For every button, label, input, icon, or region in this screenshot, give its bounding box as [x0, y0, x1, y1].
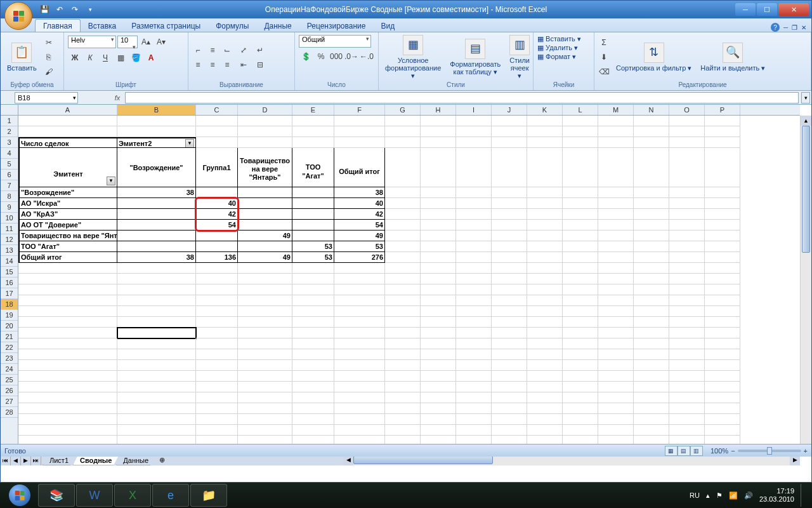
col-header-M[interactable]: M	[598, 105, 634, 115]
cell[interactable]	[334, 338, 385, 349]
cell[interactable]	[334, 349, 385, 360]
vertical-scrollbar[interactable]: ▲ ▼	[800, 116, 811, 454]
cell[interactable]	[669, 425, 705, 436]
cell[interactable]	[421, 425, 456, 436]
col-header-P[interactable]: P	[705, 105, 740, 115]
cell[interactable]	[196, 317, 238, 328]
cell[interactable]	[492, 360, 527, 371]
cell[interactable]	[598, 284, 634, 295]
cell[interactable]	[421, 274, 456, 284]
align-right-icon[interactable]: ≡	[220, 58, 234, 72]
cell[interactable]	[292, 392, 334, 403]
zoom-level[interactable]: 100%	[710, 447, 728, 455]
cell[interactable]	[456, 414, 492, 425]
formula-input[interactable]	[125, 92, 799, 104]
page-break-view-icon[interactable]: ▥	[690, 446, 703, 456]
cell[interactable]	[196, 231, 238, 241]
font-color-icon[interactable]: А	[144, 51, 158, 65]
cell[interactable]	[634, 403, 669, 414]
cell[interactable]	[421, 116, 456, 126]
cell[interactable]	[598, 338, 634, 349]
cell[interactable]: 49	[334, 231, 385, 241]
cell[interactable]	[705, 306, 740, 317]
cell[interactable]	[456, 220, 492, 231]
cell[interactable]	[492, 414, 527, 425]
cell[interactable]	[334, 392, 385, 403]
col-header-G[interactable]: G	[385, 105, 421, 115]
row-header-17[interactable]: 17	[1, 288, 18, 299]
cell[interactable]	[117, 360, 196, 371]
cell[interactable]	[292, 126, 334, 137]
cell[interactable]: Группа1	[196, 148, 238, 187]
cell[interactable]	[669, 148, 705, 187]
cell[interactable]	[292, 116, 334, 126]
cell[interactable]	[634, 231, 669, 241]
cell[interactable]	[492, 382, 527, 392]
orientation-icon[interactable]: ⤢	[237, 43, 251, 57]
row-header-15[interactable]: 15	[1, 267, 18, 277]
scroll-up-icon[interactable]: ▲	[801, 116, 811, 126]
cell[interactable]	[492, 231, 527, 241]
cell[interactable]	[598, 209, 634, 220]
row-header-25[interactable]: 25	[1, 375, 18, 385]
cell[interactable]: ТОО "Агат"	[18, 241, 117, 252]
cell[interactable]	[634, 317, 669, 328]
cell[interactable]	[634, 382, 669, 392]
cell[interactable]	[385, 317, 421, 328]
cell[interactable]	[196, 126, 238, 137]
cell[interactable]: 53	[292, 252, 334, 263]
cell[interactable]	[334, 284, 385, 295]
cell[interactable]	[527, 263, 563, 274]
cell[interactable]	[705, 328, 740, 338]
cell[interactable]	[563, 371, 598, 382]
cell[interactable]	[634, 126, 669, 137]
cell[interactable]	[238, 198, 292, 209]
cell[interactable]	[705, 274, 740, 284]
cell[interactable]	[196, 349, 238, 360]
currency-icon[interactable]: 💲	[299, 50, 313, 64]
cell[interactable]	[18, 317, 117, 328]
clock[interactable]: 17:19 23.03.2010	[759, 487, 794, 504]
align-center-icon[interactable]: ≡	[206, 58, 219, 72]
cell[interactable]	[334, 274, 385, 284]
cell[interactable]	[705, 295, 740, 306]
cell[interactable]	[705, 187, 740, 198]
cell[interactable]	[196, 263, 238, 274]
cell[interactable]	[492, 371, 527, 382]
decrease-decimal-icon[interactable]: ←.0	[360, 50, 374, 64]
cell[interactable]	[527, 317, 563, 328]
cell[interactable]	[117, 349, 196, 360]
cell[interactable]	[196, 274, 238, 284]
vertical-scroll-thumb[interactable]	[802, 126, 810, 253]
cell[interactable]	[634, 306, 669, 317]
cell[interactable]	[238, 187, 292, 198]
row-header-5[interactable]: 5	[1, 159, 18, 170]
spreadsheet-grid[interactable]: ABCDEFGHIJKLMNOP 12345678910111213141516…	[1, 105, 811, 465]
delete-cells-button[interactable]: ▦ Удалить ▾	[537, 44, 578, 52]
cell[interactable]	[421, 252, 456, 263]
cell[interactable]	[421, 403, 456, 414]
cell[interactable]	[292, 284, 334, 295]
cell[interactable]	[238, 328, 292, 338]
taskbar-item-word[interactable]: W	[76, 484, 113, 507]
cell[interactable]	[598, 403, 634, 414]
cell[interactable]	[563, 414, 598, 425]
insert-cells-button[interactable]: ▦ Вставить ▾	[537, 35, 581, 43]
cell[interactable]	[669, 328, 705, 338]
cell[interactable]	[385, 116, 421, 126]
filter-dropdown-icon[interactable]: ▼	[185, 139, 194, 148]
cell[interactable]	[598, 137, 634, 148]
font-size-combo[interactable]: 10	[117, 36, 138, 48]
show-desktop-button[interactable]	[801, 484, 806, 507]
cell[interactable]	[563, 252, 598, 263]
cell[interactable]	[456, 274, 492, 284]
border-icon[interactable]: ▦	[114, 51, 128, 65]
row-header-28[interactable]: 28	[1, 407, 18, 418]
cell[interactable]: 38	[117, 252, 196, 263]
cell[interactable]	[117, 382, 196, 392]
cell[interactable]: 49	[238, 231, 292, 241]
cell[interactable]	[421, 137, 456, 148]
cell[interactable]: 53	[292, 241, 334, 252]
row-header-22[interactable]: 22	[1, 342, 18, 353]
cell[interactable]	[456, 306, 492, 317]
